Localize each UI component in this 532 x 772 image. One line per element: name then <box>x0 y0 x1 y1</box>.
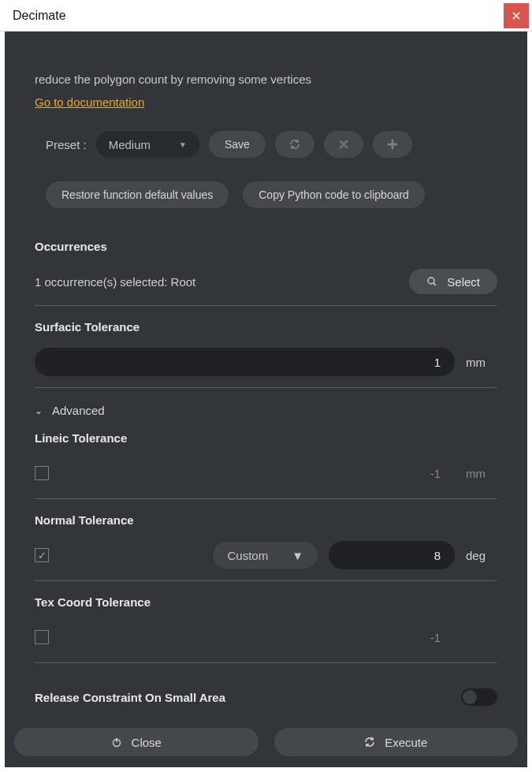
release-title: Release Constraint On Small Area <box>35 691 225 704</box>
release-row: Release Constraint On Small Area <box>35 688 497 706</box>
preset-add-button[interactable] <box>373 131 412 158</box>
divider <box>35 387 497 388</box>
advanced-toggle[interactable]: ⌄ Advanced <box>35 404 497 417</box>
titlebar: Decimate <box>0 0 532 32</box>
texcoord-row <box>35 623 497 651</box>
chevron-down-icon: ▼ <box>292 549 303 562</box>
lineic-row: mm <box>35 459 497 487</box>
preset-delete-button[interactable] <box>324 131 363 158</box>
texcoord-title: Tex Coord Tolerance <box>35 595 497 609</box>
description-text: reduce the polygon count by removing som… <box>35 73 497 86</box>
occurrences-text: 1 occurrence(s) selected: Root <box>35 275 195 289</box>
divider <box>35 498 497 499</box>
plus-icon <box>387 139 398 150</box>
restore-defaults-button[interactable]: Restore function default values <box>46 181 229 208</box>
svg-point-0 <box>428 278 434 284</box>
copy-python-button[interactable]: Copy Python code to clipboard <box>243 181 425 208</box>
divider <box>35 662 497 663</box>
lineic-title: Lineic Tolerance <box>35 431 497 445</box>
normal-row: Custom ▼ deg <box>35 541 497 569</box>
advanced-label: Advanced <box>52 404 105 417</box>
surfacic-tolerance-input[interactable] <box>35 348 455 376</box>
execute-label: Execute <box>385 736 427 749</box>
action-row: Restore function default values Copy Pyt… <box>46 181 497 208</box>
occurrences-select-button[interactable]: Select <box>409 269 497 294</box>
preset-refresh-button[interactable] <box>275 131 314 158</box>
footer: Close Execute <box>14 728 518 756</box>
texcoord-checkbox[interactable] <box>35 630 49 644</box>
lineic-tolerance-input[interactable] <box>60 459 455 487</box>
execute-icon <box>364 737 375 748</box>
power-icon <box>111 737 122 748</box>
main-panel: reduce the polygon count by removing som… <box>5 32 527 767</box>
normal-tolerance-input[interactable] <box>329 541 455 569</box>
occurrences-row: 1 occurrence(s) selected: Root Select <box>35 269 497 294</box>
documentation-link[interactable]: Go to documentation <box>35 95 144 109</box>
divider <box>35 580 497 581</box>
preset-save-button[interactable]: Save <box>209 131 266 158</box>
select-label: Select <box>447 275 480 289</box>
normal-title: Normal Tolerance <box>35 513 497 527</box>
lineic-checkbox[interactable] <box>35 466 49 480</box>
normal-mode-dropdown[interactable]: Custom ▼ <box>213 542 318 569</box>
occurrences-title: Occurrences <box>35 240 497 253</box>
preset-label: Preset : <box>46 138 87 151</box>
close-icon <box>512 12 520 20</box>
window-close-button[interactable] <box>504 3 529 28</box>
release-toggle[interactable] <box>461 688 497 706</box>
refresh-icon <box>288 138 301 151</box>
preset-row: Preset : Medium ▼ Save <box>46 131 497 158</box>
surfacic-row: mm <box>35 348 497 376</box>
close-button[interactable]: Close <box>14 728 259 756</box>
window-title: Decimate <box>13 9 66 23</box>
normal-mode-selected: Custom <box>227 549 268 562</box>
preset-dropdown[interactable]: Medium ▼ <box>96 131 199 158</box>
texcoord-tolerance-input[interactable] <box>60 623 455 651</box>
execute-button[interactable]: Execute <box>274 728 519 756</box>
divider <box>35 305 497 306</box>
search-icon <box>426 276 437 287</box>
lineic-unit: mm <box>466 467 497 480</box>
normal-unit: deg <box>466 549 497 562</box>
surfacic-unit: mm <box>466 356 497 369</box>
delete-icon <box>338 139 349 150</box>
chevron-down-icon: ▼ <box>179 140 187 149</box>
close-label: Close <box>132 736 162 749</box>
chevron-down-icon: ⌄ <box>35 405 43 416</box>
normal-checkbox[interactable] <box>35 548 49 562</box>
preset-selected: Medium <box>109 138 151 151</box>
surfacic-title: Surfacic Tolerance <box>35 320 497 334</box>
